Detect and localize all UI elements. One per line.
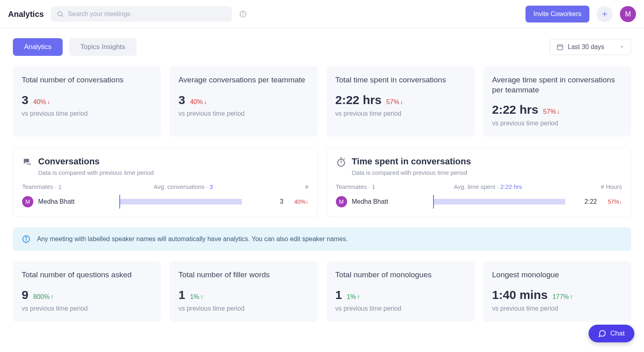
kpi-card: Average time spent in conversations per … <box>483 66 631 137</box>
kpi-title: Average time spent in conversations per … <box>492 75 622 95</box>
time-spent-panel: Time spent in conversations Data is comp… <box>327 147 632 217</box>
bar-chart <box>119 196 259 208</box>
panel-column-labels: Teammates · 1 Avg. time spent · 2:22 hrs… <box>336 183 622 190</box>
panel-subtitle: Data is compared with previous time peri… <box>38 169 154 176</box>
kpi-value: 1:40 mins <box>492 288 548 302</box>
kpi-value: 3 <box>178 93 185 107</box>
table-row: M Medha Bhatt 3 40%↓ <box>22 196 309 208</box>
arrow-down-icon: ↓ <box>47 98 50 106</box>
invite-coworkers-button[interactable]: Invite Coworkers <box>525 6 589 23</box>
kpi-subtitle: vs previous time period <box>22 305 152 312</box>
tabs-row: Analytics Topics Insights Last 30 days <box>13 38 631 56</box>
header: Analytics Invite Coworkers M <box>0 0 644 29</box>
arrow-up-icon: ↑ <box>357 293 360 301</box>
kpi-subtitle: vs previous time period <box>178 110 309 117</box>
info-icon <box>22 235 31 244</box>
kpi-title: Total number of monologues <box>335 270 466 280</box>
add-button[interactable] <box>597 6 613 22</box>
arrow-down-icon: ↓ <box>306 199 309 205</box>
panel-subtitle: Data is compared with previous time peri… <box>352 169 471 176</box>
kpi-title: Total number of conversations <box>22 75 152 85</box>
arrow-up-icon: ↑ <box>51 293 54 301</box>
teammates-label: Teammates · 1 <box>336 183 375 190</box>
kpi-delta: 1%↑ <box>347 293 360 301</box>
info-banner-text: Any meeting with labelled speaker names … <box>37 235 348 243</box>
kpi-top-grid: Total number of conversations 3 40%↓ vs … <box>13 66 631 137</box>
kpi-bottom-grid: Total number of questions asked 9 800%↑ … <box>13 261 631 322</box>
kpi-card: Total time spent in conversations 2:22 h… <box>327 66 474 137</box>
info-icon[interactable] <box>239 10 247 18</box>
date-range-selector[interactable]: Last 30 days <box>550 39 631 55</box>
arrow-down-icon: ↓ <box>619 199 622 205</box>
kpi-card: Total number of questions asked 9 800%↑ … <box>13 261 161 322</box>
arrow-down-icon: ↓ <box>204 98 207 106</box>
kpi-delta: 800%↑ <box>33 293 54 301</box>
user-avatar[interactable]: M <box>620 6 636 22</box>
kpi-subtitle: vs previous time period <box>178 305 309 312</box>
kpi-title: Total number of filler words <box>178 270 309 280</box>
kpi-delta: 57%↓ <box>386 98 403 106</box>
kpi-card: Total number of conversations 3 40%↓ vs … <box>13 66 161 137</box>
kpi-value: 2:22 hrs <box>492 103 538 117</box>
row-delta: 40%↓ <box>288 199 309 205</box>
conversations-icon <box>22 157 33 176</box>
tab-topics-insights[interactable]: Topics Insights <box>69 38 137 56</box>
kpi-delta: 177%↑ <box>552 293 573 301</box>
kpi-value: 9 <box>22 288 29 302</box>
row-delta: 57%↓ <box>602 199 622 205</box>
kpi-card: Total number of filler words 1 1%↑ vs pr… <box>170 261 317 322</box>
kpi-value: 1 <box>178 288 185 302</box>
teammates-label: Teammates · 1 <box>22 183 61 190</box>
count-label: # <box>305 183 308 190</box>
teammate-name: Medha Bhatt <box>38 198 114 205</box>
table-row: M Medha Bhatt 2:22 57%↓ <box>336 196 622 208</box>
kpi-value: 3 <box>22 93 29 107</box>
chevron-down-icon <box>619 45 624 49</box>
kpi-title: Longest monologue <box>492 270 622 280</box>
svg-line-14 <box>343 159 344 160</box>
svg-line-1 <box>61 15 63 16</box>
conversations-panel: Conversations Data is compared with prev… <box>13 147 318 217</box>
kpi-card: Total number of monologues 1 1%↑ vs prev… <box>327 261 474 322</box>
teammate-avatar: M <box>336 196 347 207</box>
search-container[interactable] <box>51 6 232 22</box>
panel-title: Conversations <box>38 156 154 167</box>
svg-rect-7 <box>558 45 563 50</box>
kpi-card: Longest monologue 1:40 mins 177%↑ vs pre… <box>483 261 631 322</box>
kpi-subtitle: vs previous time period <box>22 110 152 117</box>
kpi-delta: 40%↓ <box>33 98 50 106</box>
page-title: Analytics <box>8 10 44 19</box>
kpi-delta: 57%↓ <box>543 108 560 115</box>
panels-row: Conversations Data is compared with prev… <box>13 147 631 217</box>
avg-label: Avg. conversations · 3 <box>154 183 213 190</box>
kpi-subtitle: vs previous time period <box>335 110 466 117</box>
arrow-up-icon: ↑ <box>570 293 573 301</box>
hours-label: # Hours <box>601 183 622 190</box>
stopwatch-icon <box>336 157 346 176</box>
kpi-delta: 1%↑ <box>190 293 203 301</box>
panel-title: Time spent in conversations <box>352 156 471 167</box>
chat-label: Chat <box>610 329 625 338</box>
search-input[interactable] <box>68 10 226 18</box>
chat-icon <box>598 329 606 338</box>
kpi-subtitle: vs previous time period <box>492 120 622 127</box>
kpi-card: Average conversations per teammate 3 40%… <box>170 66 317 137</box>
svg-point-4 <box>243 12 243 13</box>
kpi-subtitle: vs previous time period <box>492 305 622 312</box>
tab-analytics[interactable]: Analytics <box>13 38 63 56</box>
chat-widget-button[interactable]: Chat <box>589 325 634 342</box>
calendar-icon <box>556 43 564 51</box>
arrow-down-icon: ↓ <box>557 108 560 115</box>
row-value: 3 <box>264 198 284 205</box>
arrow-down-icon: ↓ <box>400 98 403 106</box>
main-content: Analytics Topics Insights Last 30 days T… <box>0 29 644 342</box>
kpi-subtitle: vs previous time period <box>335 305 466 312</box>
kpi-title: Total time spent in conversations <box>335 75 466 85</box>
kpi-title: Total number of questions asked <box>22 270 152 280</box>
kpi-delta: 40%↓ <box>190 98 207 106</box>
search-icon <box>57 10 64 18</box>
kpi-value: 1 <box>335 288 342 302</box>
info-banner: Any meeting with labelled speaker names … <box>13 227 631 251</box>
panel-column-labels: Teammates · 1 Avg. conversations · 3 # <box>22 183 309 190</box>
svg-point-0 <box>58 12 62 16</box>
